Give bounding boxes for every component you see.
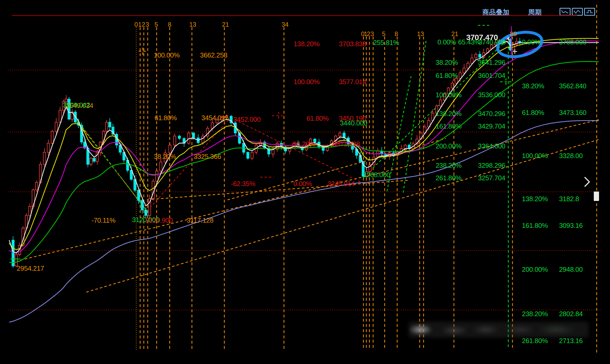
fib-price-label: 3429.704 <box>478 123 505 130</box>
fib-price-label: 3703.838 <box>339 41 366 47</box>
fib-timezone-number: 89 <box>510 31 517 37</box>
fib-percent-label: 100.00% <box>154 52 180 59</box>
price-label: 3117.128 <box>187 217 214 224</box>
price-label: -70.11% <box>92 217 115 224</box>
fib-price-label: 2802.84 <box>559 310 583 317</box>
fib-percent-label: 200.00% <box>436 143 461 149</box>
fib-price-label: 3454.015 <box>201 114 229 121</box>
price-label: 0.00% <box>437 39 456 45</box>
fib-price-label: 3641.296 <box>478 59 505 66</box>
fib-timezone-number: 2 <box>367 31 370 37</box>
fib-price-label: 2713.16 <box>559 337 583 344</box>
fib-timezone-number: 21 <box>451 31 458 37</box>
fib-price-label: 3182.8 <box>559 195 579 202</box>
grid-lines <box>8 70 600 310</box>
fib-percent-label: 100.00% <box>522 152 548 159</box>
fib-price-label: 3371.838 <box>333 141 360 147</box>
fib-percent-label: 238.20% <box>522 310 548 317</box>
fib-percent-label: 100.00% <box>294 78 320 85</box>
fib-percent-label: 138.20% <box>522 195 548 202</box>
fib-price-label: 2948.00 <box>559 266 583 273</box>
fib-timezone-number: 5 <box>155 21 158 28</box>
fib-timezone-number: 34 <box>282 21 289 28</box>
fib-timezone-number: 0 <box>134 21 138 28</box>
price-label: 2954.217 <box>17 265 44 272</box>
fib-price-label: 3257.704 <box>478 175 505 181</box>
price-label: 3440.000 <box>340 120 367 126</box>
fib-percent-label: 61.80% <box>436 72 458 79</box>
fib-percent-label: 61.80% <box>522 109 544 116</box>
fib-timezone-number: 2 <box>142 21 145 28</box>
fib-percent-label: 261.80% <box>522 337 548 344</box>
price-label: 3120.900 <box>145 217 173 224</box>
fib-price-label: 3708.000 <box>559 39 586 45</box>
fib-timezone-number: 8 <box>395 31 398 37</box>
price-label: 255.81% <box>373 39 399 46</box>
price-label: -62.35% <box>231 180 255 187</box>
fib-percent-label: 61.80% <box>306 115 329 122</box>
fib-price-label: 3470.296 <box>478 110 505 117</box>
fib-price-label: 3536.000 <box>478 91 505 98</box>
watermark-blur <box>409 322 589 338</box>
fib-price-label: 3364.000 <box>478 143 505 149</box>
fib-percent-label: 138.20% <box>436 110 461 117</box>
fib-price-label: 3562.840 <box>559 83 586 89</box>
price-label: 3707.470 <box>466 33 498 41</box>
fib-timezone-number: 21 <box>222 21 229 28</box>
fib-percent-label: 0.00% <box>293 180 312 187</box>
fib-price-label: 3577.014 <box>339 78 366 85</box>
fib-timezone-number: 13 <box>417 31 424 37</box>
fib-percent-label: 38.20% <box>436 59 458 66</box>
fib-percent-label: 38.20% <box>154 153 176 160</box>
fib-percent-label: 38.20% <box>522 83 544 89</box>
fib-price-label: 3093.16 <box>559 222 583 229</box>
fib-percent-label: 200.00% <box>522 266 548 273</box>
scrollbar-thumb[interactable] <box>594 192 599 201</box>
fib-percent-label: 261.80% <box>436 175 461 181</box>
fib-percent-label: 138.20% <box>294 41 320 47</box>
trading-terminal-window: 商品叠加 周期 012358132134012358132189100.00%3… <box>0 0 610 364</box>
fib-percent-label: 238.20% <box>436 162 461 169</box>
price-label: 3268.000 <box>363 171 390 178</box>
fib-percent-label: 100.00% <box>436 91 461 98</box>
price-label: 3452.000 <box>233 116 260 123</box>
fib-price-label: 3328.00 <box>559 152 583 159</box>
fib-price-label: 3601.704 <box>478 72 505 79</box>
fib-timezone-number: 3 <box>370 31 374 37</box>
fib-timezone-number: 1 <box>138 21 141 28</box>
fib-timezone-number: 3 <box>146 21 149 28</box>
price-label: 3509.042 <box>63 102 90 108</box>
fib-price-label: 3298.296 <box>478 162 505 169</box>
fib-timezone-number: 5 <box>382 31 385 37</box>
fib-timezone-number: 8 <box>168 21 171 28</box>
fib-percent-label: 61.80% <box>155 114 177 121</box>
fib-price-label: 3473.160 <box>559 109 586 116</box>
fib-price-label: 3662.253 <box>200 52 227 59</box>
scroll-right-arrow-icon[interactable] <box>583 175 593 188</box>
fib-percent-label: 161.80% <box>522 222 548 229</box>
fib-price-label: 3325.366 <box>194 153 221 160</box>
fib-timezone-number: 13 <box>189 21 196 28</box>
candlesticks <box>12 36 521 268</box>
fib-price-label: 3245.014 <box>327 180 355 187</box>
fib-percent-label: 161.80% <box>436 123 461 130</box>
fib-percent-label: 0.00% <box>522 39 540 45</box>
fib-percent-label: 38.20% <box>293 141 315 147</box>
